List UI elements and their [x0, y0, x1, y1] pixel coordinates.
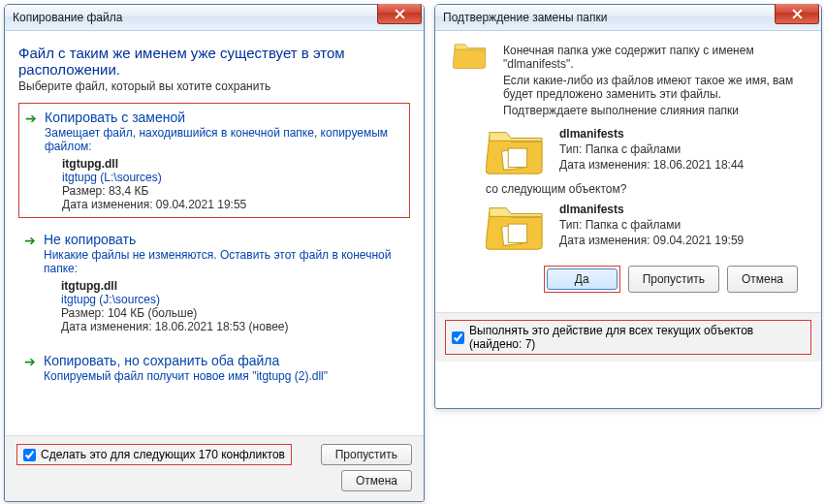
folder-icon [486, 126, 546, 176]
file-name: itgtupg.dll [62, 157, 403, 171]
folder-name: dlmanifests [559, 202, 744, 217]
file-path: itgtupg (J:\sources) [61, 293, 404, 306]
folder-date: Дата изменения: 18.06.2021 18:44 [559, 157, 744, 173]
close-button[interactable] [377, 4, 422, 24]
arrow-icon: ➔ [25, 111, 37, 211]
apply-all-row[interactable]: Сделать это для следующих 170 конфликтов [16, 444, 292, 465]
close-button[interactable] [775, 4, 819, 24]
file-name: itgtupg.dll [61, 279, 404, 293]
option-title: Не копировать [44, 232, 404, 247]
titlebar[interactable]: Копирование файла [5, 5, 424, 31]
apply-all-checkbox[interactable] [23, 449, 36, 461]
copy-file-dialog: Копирование файла Файл с таким же именем… [4, 4, 425, 502]
arrow-icon: ➔ [24, 355, 36, 387]
svg-rect-1 [508, 148, 526, 167]
dialog-footer: Сделать это для следующих 170 конфликтов… [5, 435, 424, 501]
confirm-folder-replace-dialog: Подтверждение замены папки Конечная папк… [434, 4, 822, 409]
dialog-headline: Файл с таким же именем уже существует в … [18, 45, 410, 78]
button-row: Да Пропустить Отмена [447, 266, 798, 293]
file-path: itgtupg (L:\sources) [62, 171, 403, 184]
option-desc: Замещает файл, находившийся в конечной п… [45, 126, 403, 153]
folder-date: Дата изменения: 09.04.2021 19:59 [559, 233, 744, 248]
apply-all-label: Сделать это для следующих 170 конфликтов [41, 448, 285, 461]
skip-button[interactable]: Пропустить [321, 444, 412, 465]
file-date: Дата изменения: 09.04.2021 19:55 [62, 198, 403, 211]
titlebar[interactable]: Подтверждение замены папки [435, 5, 821, 31]
option-title: Копировать, но сохранить оба файла [44, 353, 328, 368]
skip-button[interactable]: Пропустить [628, 266, 719, 293]
apply-all-checkbox[interactable] [452, 331, 464, 344]
close-icon [792, 9, 803, 19]
arrow-icon: ➔ [24, 234, 36, 333]
dialog-footer: Выполнять это действие для всех текущих … [435, 312, 821, 362]
option-desc: Никакие файлы не изменяются. Оставить эт… [44, 248, 404, 275]
svg-rect-3 [508, 224, 526, 242]
info-p2: Если какие-либо из файлов имеют такое же… [503, 74, 806, 101]
window-title: Подтверждение замены папки [443, 11, 607, 24]
yes-highlight: Да [544, 266, 620, 293]
file-size: Размер: 83,4 КБ [62, 184, 403, 198]
option-keep-both[interactable]: ➔ Копировать, но сохранить оба файла Коп… [18, 347, 410, 393]
file-size: Размер: 104 КБ (больше) [61, 306, 404, 320]
dialog-sub: Выберите файл, который вы хотите сохрани… [18, 79, 410, 93]
window-title: Копирование файла [13, 11, 122, 24]
apply-all-row[interactable]: Выполнять это действие для всех текущих … [445, 320, 811, 355]
option-title: Копировать с заменой [45, 110, 403, 125]
folder-name: dlmanifests [559, 126, 744, 142]
info-p4: со следующим объектом? [486, 182, 806, 196]
info-p3: Подтверждаете выполнение слияния папки [503, 104, 806, 117]
cancel-button[interactable]: Отмена [727, 266, 798, 293]
option-copy-replace[interactable]: ➔ Копировать с заменой Замещает файл, на… [18, 103, 410, 218]
folder-type: Тип: Папка с файлами [559, 217, 744, 233]
folder-icon [486, 202, 546, 252]
merge-folder-icon [447, 41, 493, 120]
apply-all-label: Выполнять это действие для всех текущих … [469, 324, 805, 351]
cancel-button[interactable]: Отмена [341, 470, 412, 491]
option-desc: Копируемый файл получит новое имя "itgtu… [44, 369, 328, 383]
close-icon [395, 9, 405, 19]
folder-type: Тип: Папка с файлами [559, 142, 744, 157]
info-p1: Конечная папка уже содержит папку с имен… [503, 44, 806, 71]
file-date: Дата изменения: 18.06.2021 18:53 (новее) [61, 320, 404, 333]
source-folder-info: dlmanifests Тип: Папка с файлами Дата из… [486, 202, 806, 252]
yes-button[interactable]: Да [547, 268, 618, 290]
target-folder-info: dlmanifests Тип: Папка с файлами Дата из… [486, 126, 806, 176]
option-dont-copy[interactable]: ➔ Не копировать Никакие файлы не изменяю… [18, 226, 410, 339]
